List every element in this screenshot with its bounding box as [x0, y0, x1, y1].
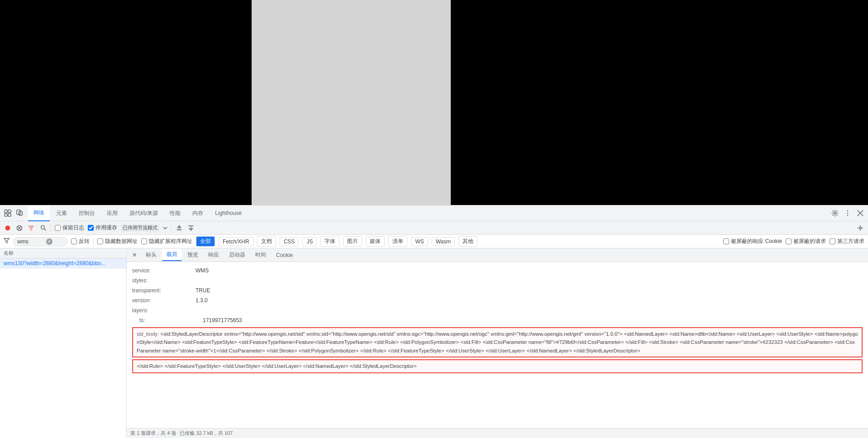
tab-lighthouse[interactable]: Lighthouse	[210, 205, 247, 221]
preserve-log-group[interactable]: 保留日志	[55, 224, 84, 232]
payload-value-version: 1.3.0	[196, 296, 208, 305]
sld-body-value-line2: </sld:Rule> </sld:FeatureTypeStyle> </sl…	[137, 363, 417, 369]
request-list: 名称 wms130?width=2880&height=2880&bbo...	[0, 248, 127, 438]
hide-extensions-group[interactable]: 隐藏扩展程序网址	[141, 238, 192, 245]
settings-icon[interactable]	[831, 209, 839, 217]
payload-key-layers: layers:	[132, 306, 196, 314]
close-devtools-icon[interactable]	[856, 209, 864, 217]
hide-extensions-label: 隐藏扩展程序网址	[149, 238, 192, 245]
blocked-requests-group[interactable]: 被屏蔽的请求	[786, 238, 826, 245]
svg-point-6	[834, 212, 836, 214]
filter-wasm-button[interactable]: Wasm	[432, 237, 455, 246]
hide-extensions-checkbox[interactable]	[141, 238, 147, 244]
detail-tab-headers[interactable]: 标头	[141, 249, 161, 261]
filter-input-wrap: ✕	[13, 237, 67, 246]
record-button[interactable]	[4, 224, 12, 232]
network-settings-icon[interactable]	[856, 224, 864, 232]
import-har-button[interactable]	[175, 224, 183, 232]
transferred-size: 已传输 32.7 kB，共 107	[180, 430, 233, 437]
blocked-requests-checkbox[interactable]	[786, 238, 792, 244]
filter-other-button[interactable]: 其他	[458, 236, 477, 247]
svg-rect-0	[5, 210, 7, 213]
sld-body-row-2: </sld:Rule> </sld:FeatureTypeStyle> </sl…	[132, 359, 863, 373]
filter-bar: ✕ 反转 隐藏数据网址 隐藏扩展程序网址 全部 Fetch/XHR 文档 CSS…	[0, 235, 868, 248]
filter-fetch-xhr-button[interactable]: Fetch/XHR	[219, 237, 253, 246]
tab-console[interactable]: 控制台	[73, 205, 100, 221]
throttle-dropdown[interactable]	[163, 226, 167, 230]
detail-tab-initiator[interactable]: 启动器	[224, 249, 250, 261]
disable-cache-checkbox[interactable]	[88, 225, 94, 231]
hide-data-urls-checkbox[interactable]	[97, 238, 103, 244]
filter-ws-button[interactable]: WS	[411, 237, 428, 246]
filter-toggle-button[interactable]	[27, 224, 35, 232]
disable-cache-group[interactable]: 停用缓存	[88, 224, 117, 232]
hide-data-urls-group[interactable]: 隐藏数据网址	[97, 238, 138, 245]
payload-key-version: version:	[132, 296, 196, 305]
name-column-header: 名称	[4, 250, 14, 257]
filter-clear-button[interactable]: ✕	[46, 238, 52, 245]
main-content-area	[0, 0, 868, 205]
separator-3	[93, 238, 94, 245]
invert-checkbox[interactable]	[71, 238, 77, 244]
clear-button[interactable]	[15, 224, 24, 232]
request-list-header: 名称	[0, 248, 126, 258]
payload-row-transparent: transparent: TRUE	[132, 286, 863, 295]
detail-tab-response[interactable]: 响应	[204, 249, 224, 261]
tab-sources[interactable]: 源代码/来源	[124, 205, 163, 221]
svg-point-8	[847, 213, 848, 214]
svg-point-7	[847, 210, 848, 211]
network-toolbar: 保留日志 停用缓存 已停用节流模式	[0, 221, 868, 235]
tab-elements[interactable]: 元素	[51, 205, 72, 221]
third-party-checkbox[interactable]	[830, 238, 835, 244]
tab-application[interactable]: 应用	[101, 205, 123, 221]
third-party-label: 第三方请求	[837, 238, 864, 245]
inspect-icon[interactable]	[4, 209, 12, 217]
filter-funnel-icon[interactable]	[4, 238, 10, 245]
sld-body-value-line1: <sld:StyledLayerDescriptor xmlns="http:/…	[137, 331, 858, 353]
device-toggle-icon[interactable]	[15, 209, 24, 217]
filter-img-button[interactable]: 图片	[343, 236, 362, 247]
filter-doc-button[interactable]: 文档	[257, 236, 276, 247]
preserve-log-checkbox[interactable]	[55, 225, 61, 231]
third-party-group[interactable]: 第三方请求	[830, 238, 864, 245]
filter-input[interactable]	[17, 238, 44, 245]
detail-tab-payload[interactable]: 载荷	[162, 249, 182, 261]
filter-right: 被屏蔽的响应 Cookie 被屏蔽的请求 第三方请求	[723, 238, 864, 245]
detail-tab-cookies[interactable]: Cookie	[272, 250, 297, 260]
payload-row-version: version: 1.3.0	[132, 295, 863, 305]
payload-value-service: WMS	[196, 267, 209, 275]
filter-css-button[interactable]: CSS	[280, 237, 299, 246]
disable-cache-label: 停用缓存	[95, 224, 117, 232]
filter-js-button[interactable]: JS	[302, 237, 317, 246]
filter-clear-list-button[interactable]: 清单	[388, 236, 407, 247]
payload-value-transparent: TRUE	[196, 286, 210, 295]
tab-performance[interactable]: 性能	[164, 205, 186, 221]
tab-network[interactable]: 网络	[28, 205, 50, 221]
payload-value-ts: 1719971775653	[203, 316, 242, 324]
detail-tab-preview[interactable]: 预览	[183, 249, 203, 261]
payload-key-ts: ts:	[139, 316, 203, 324]
separator-1	[51, 224, 51, 232]
blocked-cookies-group[interactable]: 被屏蔽的响应 Cookie	[723, 238, 782, 245]
blocked-cookies-checkbox[interactable]	[723, 238, 729, 244]
search-button[interactable]	[39, 224, 47, 232]
filter-media-button[interactable]: 媒体	[366, 236, 385, 247]
preserve-log-label: 保留日志	[62, 224, 84, 232]
more-options-icon[interactable]	[844, 209, 852, 217]
invert-filter-group[interactable]: 反转	[71, 238, 90, 245]
detail-tab-timing[interactable]: 时间	[251, 249, 271, 261]
export-har-button[interactable]	[187, 224, 195, 232]
map-preview-box	[252, 0, 451, 205]
tab-memory[interactable]: 内存	[187, 205, 209, 221]
svg-rect-1	[8, 210, 11, 213]
detail-close-button[interactable]: ✕	[130, 251, 138, 259]
filter-font-button[interactable]: 字体	[320, 236, 339, 247]
sld-body-row: sld_body: <sld:StyledLayerDescriptor xml…	[132, 327, 863, 357]
blocked-cookies-label: 被屏蔽的响应 Cookie	[731, 238, 782, 245]
payload-key-styles: styles:	[132, 276, 196, 285]
devtools-panel: 网络 元素 控制台 应用 源代码/来源 性能 内存 Lighthouse	[0, 205, 868, 438]
filter-all-button[interactable]: 全部	[196, 236, 215, 247]
request-item[interactable]: wms130?width=2880&height=2880&bbo...	[0, 258, 126, 269]
payload-row-styles: styles:	[132, 276, 863, 286]
content-area: 名称 wms130?width=2880&height=2880&bbo... …	[0, 248, 868, 438]
